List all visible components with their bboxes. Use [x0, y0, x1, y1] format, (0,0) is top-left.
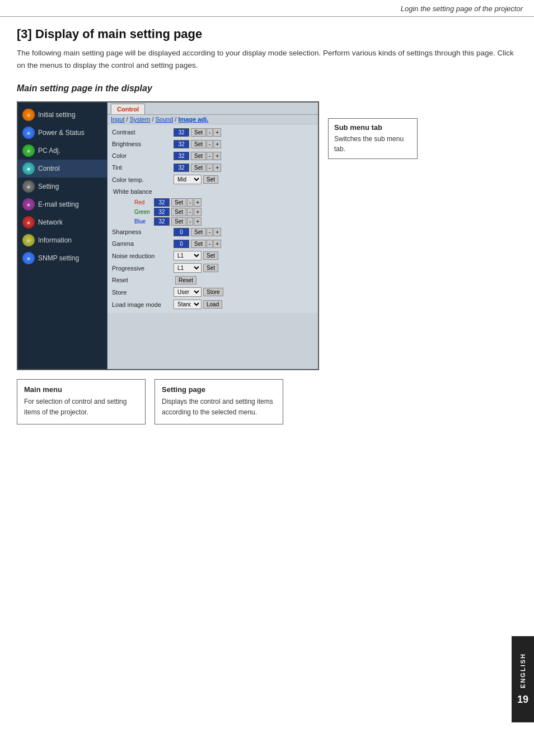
inc-sharpness-button[interactable]: + — [213, 228, 221, 236]
dec-brightness-button[interactable]: - — [207, 140, 213, 148]
input-sharpness[interactable] — [174, 228, 189, 236]
dec-sharpness-button[interactable]: - — [207, 228, 213, 236]
label-wb-green: Green — [134, 209, 154, 215]
power-status-icon: ● — [22, 127, 35, 139]
dec-contrast-button[interactable]: - — [207, 128, 213, 137]
label-noise-reduction: Noise reduction — [112, 253, 174, 259]
breadcrumb-sound[interactable]: Sound — [156, 116, 174, 123]
input-wb-red[interactable] — [154, 198, 170, 207]
input-brightness[interactable] — [174, 140, 189, 148]
sub-menu-tab-box: Sub menu tab Switches the sub menu tab. — [328, 118, 418, 159]
settings-panel: Control Input / System / Sound / Image a… — [107, 102, 318, 369]
inc-color-button[interactable]: + — [213, 152, 221, 160]
set-brightness-button[interactable]: Set — [191, 140, 206, 148]
inc-wb-blue-button[interactable]: + — [194, 217, 202, 226]
inc-gamma-button[interactable]: + — [213, 240, 221, 248]
sidebar-item-power-status[interactable]: ● Power & Status — [18, 124, 107, 142]
input-wb-green[interactable] — [154, 208, 170, 216]
diagram-container: ● Initial setting ● Power & Status ● PC … — [17, 101, 517, 370]
label-color: Color — [112, 152, 174, 159]
initial-setting-icon: ● — [22, 109, 35, 121]
set-color-temp-button[interactable]: Set — [203, 175, 218, 184]
sub-menu-tab-title: Sub menu tab — [334, 123, 411, 132]
sub-menu-tab-text: Switches the sub menu tab. — [334, 134, 411, 154]
set-wb-green-button[interactable]: Set — [171, 208, 186, 216]
row-wb-blue: Blue Set - + — [133, 217, 315, 226]
row-wb-green: Green Set - + — [133, 207, 315, 217]
page-header: Login the setting page of the projector — [0, 0, 534, 17]
breadcrumb-image-adj[interactable]: Image adj. — [178, 116, 208, 123]
pc-adj-icon: ● — [22, 144, 35, 157]
dec-gamma-button[interactable]: - — [207, 240, 213, 248]
inc-tint-button[interactable]: + — [213, 164, 221, 172]
sidebar-label-setting: Setting — [38, 183, 59, 190]
network-icon: ● — [22, 216, 35, 228]
input-color[interactable] — [174, 152, 189, 160]
set-tint-button[interactable]: Set — [191, 164, 206, 172]
row-gamma: Gamma Set - + — [111, 238, 315, 249]
sidebar-label-snmp: SNMP setting — [38, 254, 79, 262]
sidebar-item-initial-setting[interactable]: ● Initial setting — [18, 106, 107, 124]
row-color: Color Set - + — [111, 150, 315, 161]
label-brightness: Brightness — [112, 141, 174, 147]
select-color-temp[interactable]: MidLowHigh — [174, 175, 202, 184]
row-contrast: Contrast Set - + — [111, 127, 315, 138]
main-menu-title: Main menu — [24, 385, 138, 394]
row-progressive: Progressive L1L2Off Set — [111, 262, 315, 274]
dec-color-button[interactable]: - — [207, 152, 213, 160]
set-noise-reduction-button[interactable]: Set — [203, 251, 218, 260]
intro-text: The following main setting page will be … — [17, 47, 517, 71]
label-wb-red: Red — [134, 199, 154, 206]
snmp-icon: ● — [22, 252, 35, 264]
inc-wb-green-button[interactable]: + — [194, 208, 202, 216]
reset-button[interactable]: Reset — [175, 276, 196, 284]
sidebar-item-information[interactable]: ● Information — [18, 231, 107, 249]
dec-wb-red-button[interactable]: - — [187, 198, 193, 207]
dec-wb-green-button[interactable]: - — [187, 208, 193, 216]
load-button[interactable]: Load — [203, 300, 222, 309]
dec-wb-blue-button[interactable]: - — [187, 217, 193, 226]
set-color-button[interactable]: Set — [191, 152, 206, 160]
set-gamma-button[interactable]: Set — [191, 240, 206, 248]
main-content: [3] Display of main setting page The fol… — [0, 17, 534, 436]
sidebar-label-email-setting: E-mail setting — [38, 200, 79, 208]
breadcrumb-system[interactable]: System — [130, 116, 151, 123]
select-progressive[interactable]: L1L2Off — [174, 263, 202, 273]
dec-tint-button[interactable]: - — [207, 164, 213, 172]
label-load-image-mode: Load image mode — [112, 301, 174, 308]
setting-page-text: Displays the control and setting items a… — [162, 396, 276, 418]
information-icon: ● — [22, 234, 35, 246]
row-brightness: Brightness Set - + — [111, 138, 315, 150]
sidebar-menu: ● Initial setting ● Power & Status ● PC … — [18, 102, 107, 369]
sidebar-item-pc-adj[interactable]: ● PC Adj. — [18, 142, 107, 160]
input-wb-blue[interactable] — [154, 217, 170, 226]
input-contrast[interactable] — [174, 128, 189, 137]
sidebar-item-network[interactable]: ● Network — [18, 213, 107, 231]
english-label: ENGLISH — [519, 653, 526, 688]
set-progressive-button[interactable]: Set — [203, 264, 218, 272]
label-reset: Reset — [112, 277, 174, 283]
sidebar-item-snmp[interactable]: ● SNMP setting — [18, 249, 107, 267]
label-wb-blue: Blue — [134, 218, 154, 225]
select-noise-reduction[interactable]: L1L2Off — [174, 251, 202, 260]
input-tint[interactable] — [174, 164, 189, 172]
select-store[interactable]: User — [174, 287, 202, 297]
set-wb-red-button[interactable]: Set — [171, 198, 186, 207]
page-number: 19 — [517, 694, 528, 706]
inc-wb-red-button[interactable]: + — [194, 198, 202, 207]
inc-brightness-button[interactable]: + — [213, 140, 221, 148]
sidebar-item-setting[interactable]: ● Setting — [18, 178, 107, 195]
inc-contrast-button[interactable]: + — [213, 128, 221, 137]
page-number-area: ENGLISH 19 — [512, 636, 534, 722]
breadcrumb-input[interactable]: Input — [111, 116, 124, 123]
tab-control[interactable]: Control — [111, 104, 145, 114]
input-gamma[interactable] — [174, 240, 189, 248]
set-wb-blue-button[interactable]: Set — [171, 217, 186, 226]
set-sharpness-button[interactable]: Set — [191, 228, 206, 236]
sidebar-item-control[interactable]: ● Control — [18, 160, 107, 178]
row-white-balance-header: White balance — [111, 186, 315, 197]
store-button[interactable]: Store — [203, 288, 223, 296]
set-contrast-button[interactable]: Set — [191, 128, 206, 137]
select-load-image-mode[interactable]: Standard — [174, 300, 202, 309]
sidebar-item-email-setting[interactable]: ● E-mail setting — [18, 195, 107, 213]
